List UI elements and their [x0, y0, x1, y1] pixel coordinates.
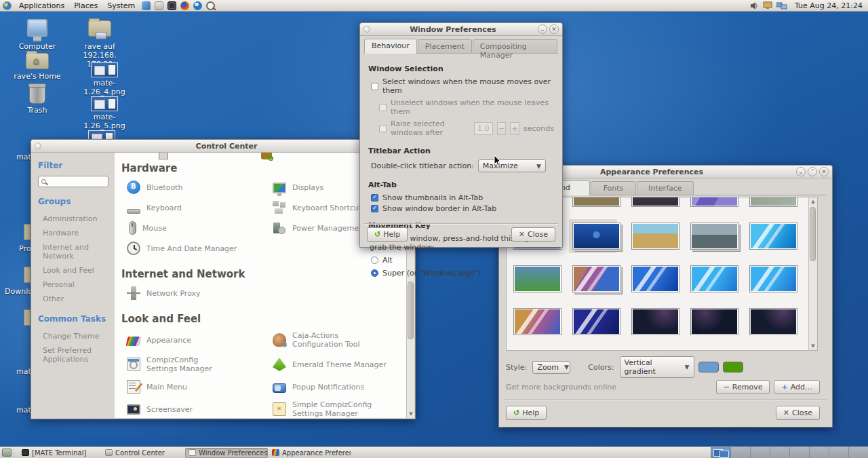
cc-app-emerald[interactable]: Emerald Theme Manager [260, 352, 406, 377]
wallpaper-thumb-forest-blue[interactable] [687, 347, 735, 351]
menu-places[interactable]: Places [69, 0, 102, 12]
spin-plus-button[interactable]: + [510, 122, 519, 135]
help-button[interactable]: ↺Help [506, 406, 547, 420]
wallpaper-thumb-earth2[interactable] [687, 305, 735, 339]
wallpaper-thumb-earth[interactable] [569, 347, 617, 351]
scroll-up-icon[interactable]: ▲ [810, 199, 816, 204]
wallpaper-thumb-coast[interactable] [687, 219, 735, 253]
checkbox-icon[interactable] [379, 125, 387, 132]
workspace-cell-2[interactable] [730, 447, 750, 458]
cc-app-appearance[interactable]: Appearance [115, 328, 260, 352]
checkbox-show-border[interactable]: Show window border in Alt-Tab [371, 204, 554, 213]
wallpaper-thumb-grass[interactable] [628, 219, 676, 253]
partial-icon-label[interactable]: mate [16, 406, 31, 415]
cc-scrollbar-thumb[interactable] [408, 282, 414, 339]
workspace-cell-7[interactable] [829, 447, 848, 458]
cc-app-popup-notifications[interactable]: Popup Notifications [260, 377, 406, 397]
wallpaper-thumb-tree-dark[interactable] [628, 197, 676, 210]
workspace-cell-4[interactable] [770, 447, 789, 458]
wallpaper-thumb-blue-lt[interactable] [746, 262, 794, 296]
help-button[interactable]: ↺Help [367, 227, 408, 242]
desktop-icon-home[interactable]: rave's Home [13, 53, 62, 81]
tab-compositing[interactable]: Compositing Manager [473, 39, 557, 53]
radio-super[interactable]: Super (or "Windows logo") [371, 269, 554, 278]
taskbar-window-preferences[interactable]: Window Preferences [185, 448, 268, 458]
raise-delay-field[interactable]: 1.0 [474, 122, 493, 135]
checkbox-select-windows[interactable]: Select windows when the mouse moves over… [371, 77, 554, 95]
wallpaper-thumb-earth2[interactable] [510, 347, 558, 351]
checkbox-raise-windows[interactable]: Raise selected windows after 1.0−+ secon… [379, 119, 554, 137]
sidebar-item-change-theme[interactable]: Change Theme [38, 329, 108, 343]
wallpaper-thumb-flowers[interactable] [687, 197, 735, 210]
window-menu-icon[interactable] [35, 142, 41, 149]
sidebar-item-administration[interactable]: Administration [38, 212, 108, 226]
minimize-button[interactable]: ⌄ [538, 24, 547, 34]
radio-icon[interactable] [371, 256, 378, 264]
window-preferences-dialog[interactable]: Window Preferences ⌄ ✕ Behaviour Placeme… [359, 22, 563, 248]
cc-app-screensaver[interactable]: Screensaver [115, 397, 260, 418]
file-manager-icon[interactable] [142, 1, 151, 10]
cc-app-caja-actions[interactable]: Caja-Actions Configuration Tool [260, 328, 406, 352]
messaging-icon[interactable] [193, 1, 202, 10]
spin-minus-button[interactable]: − [497, 122, 507, 135]
clock[interactable]: Tue Aug 24, 21:24 [789, 1, 868, 10]
wallpaper-thumb-field[interactable] [569, 197, 617, 210]
computer-icon[interactable] [155, 1, 163, 10]
wallpaper-thumb-rainbow[interactable] [569, 262, 617, 296]
cc-app-simple-ccsm[interactable]: Simple CompizConfig Settings Manager [260, 397, 406, 418]
firefox-icon[interactable] [180, 1, 189, 10]
wallpaper-thumb-orange[interactable] [510, 305, 558, 339]
desktop-icon-computer[interactable]: Computer [13, 19, 62, 51]
taskbar-mate-terminal[interactable]: [MATE Terminal] [18, 448, 101, 458]
cc-app-mouse[interactable]: Mouse [115, 218, 260, 238]
partial-app-icon[interactable]: + [261, 153, 272, 159]
display-icon[interactable] [763, 1, 772, 9]
radio-alt[interactable]: Alt [371, 256, 554, 265]
checkbox-icon[interactable] [371, 83, 378, 90]
checkbox-show-thumbnails[interactable]: Show thumbnails in Alt-Tab [371, 193, 554, 202]
titlebar-action-dropdown[interactable]: Maximize▼ [478, 159, 546, 172]
taskbar-control-center[interactable]: Control Center [102, 448, 184, 458]
cc-app-bluetooth[interactable]: Bluetooth [115, 177, 260, 197]
style-dropdown[interactable]: Zoom▼ [532, 361, 570, 374]
workspace-cell-1[interactable] [711, 447, 730, 458]
workspace-cell-5[interactable] [789, 447, 809, 458]
tab-interface[interactable]: Interface [637, 181, 693, 195]
checkbox-unselect-windows[interactable]: Unselect windows when the mouse leaves t… [379, 98, 554, 116]
partial-folder-icon[interactable] [24, 267, 31, 283]
desktop-icon-mate-4[interactable]: mate-1.26_4.png [77, 62, 132, 96]
wallpaper-thumb-cyan[interactable] [746, 219, 794, 253]
taskbar-appearance-preferences[interactable]: Appearance Preferences [269, 448, 351, 458]
colors-dropdown[interactable]: Vertical gradient▼ [620, 356, 694, 378]
partial-icon-label[interactable]: Downlo [5, 287, 31, 296]
add-button[interactable]: +Add… [774, 380, 820, 394]
close-button[interactable]: ✕ [819, 167, 829, 176]
window-menu-icon[interactable] [363, 26, 370, 33]
primary-color-swatch[interactable] [698, 362, 719, 373]
partial-icon-label[interactable]: mate [16, 367, 31, 376]
wallpaper-thumb-earth[interactable] [746, 305, 794, 339]
scroll-down-icon[interactable]: ▼ [810, 343, 816, 349]
volume-icon[interactable] [750, 1, 759, 10]
close-button[interactable]: ✕Close [776, 406, 820, 420]
screenshot-icon[interactable] [206, 1, 215, 10]
checkbox-icon[interactable] [379, 104, 387, 111]
wallpaper-thumb-forest-bright[interactable] [746, 347, 794, 351]
cc-app-keyboard[interactable]: Keyboard [115, 197, 260, 218]
mate-menu-icon[interactable] [3, 1, 12, 10]
control-center-window[interactable]: Control Center Filter Groups Administrat… [31, 139, 416, 419]
network-icon[interactable] [776, 1, 787, 9]
terminal-icon[interactable] [167, 1, 176, 10]
wallpaper-thumb-navy[interactable] [569, 305, 617, 339]
workspace-cell-6[interactable] [809, 447, 829, 458]
workspace-cell-3[interactable] [750, 447, 770, 458]
sidebar-item-other[interactable]: Other [38, 292, 108, 306]
cc-app-network-proxy[interactable]: Network Proxy [115, 283, 260, 303]
minimize-button[interactable]: ⌄ [796, 167, 806, 176]
wallpaper-scrollbar-thumb[interactable] [810, 207, 816, 261]
close-button[interactable]: ✕ [549, 24, 559, 34]
remove-button[interactable]: −Remove [716, 380, 770, 394]
menu-system[interactable]: System [102, 0, 140, 12]
wallpaper-thumb-forest-sel[interactable] [569, 219, 617, 253]
cc-app-ccsm[interactable]: CompizConfig Settings Manager [115, 352, 260, 377]
